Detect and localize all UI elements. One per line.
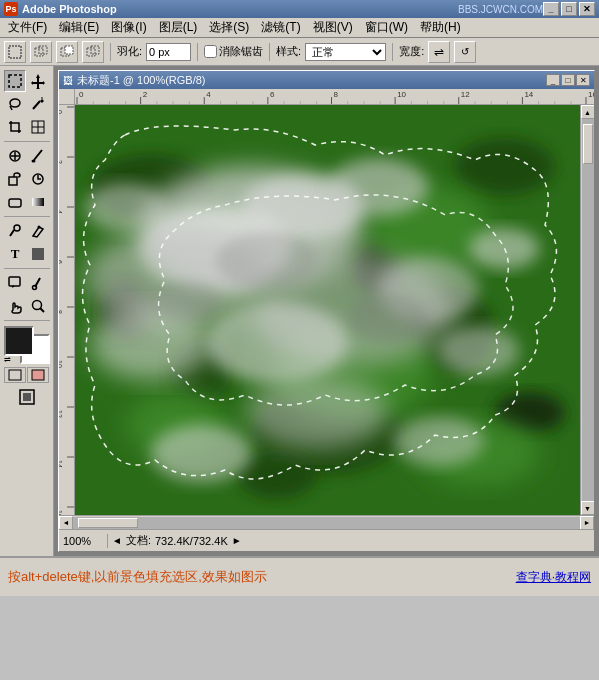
svg-line-35 <box>40 308 44 312</box>
canvas-viewport[interactable]: @keyframes march { from { stroke-dashoff… <box>75 105 580 515</box>
eyedropper-tool[interactable] <box>27 272 49 294</box>
zoom-level: 100% <box>63 535 103 547</box>
width-label: 宽度: <box>399 44 424 59</box>
tool-row-7 <box>4 220 49 242</box>
gradient-tool[interactable] <box>27 191 49 213</box>
svg-rect-29 <box>32 248 44 260</box>
feather-input[interactable] <box>146 43 191 61</box>
add-selection-btn[interactable] <box>30 41 52 63</box>
menu-help[interactable]: 帮助(H) <box>414 17 467 38</box>
standard-mode-btn[interactable] <box>4 367 26 383</box>
scroll-up-btn[interactable]: ▲ <box>581 105 595 119</box>
pen-tool[interactable] <box>27 220 49 242</box>
scroll-left-btn[interactable]: ◄ <box>59 516 73 530</box>
style-label: 样式: <box>276 44 301 59</box>
history-tool[interactable] <box>27 168 49 190</box>
watermark-link[interactable]: 查字典·教程网 <box>516 569 591 586</box>
h-scroll-thumb[interactable] <box>78 518 138 528</box>
crop-tool[interactable] <box>4 116 26 138</box>
text-tool[interactable]: T <box>4 243 26 265</box>
quick-mask-btn[interactable] <box>27 367 49 383</box>
scroll-down-btn[interactable]: ▼ <box>581 501 595 515</box>
doc-minimize-btn[interactable]: _ <box>546 74 560 86</box>
svg-text:2: 2 <box>59 160 63 164</box>
menu-filter[interactable]: 滤镜(T) <box>255 17 306 38</box>
status-doc-size: 732.4K/732.4K <box>155 535 228 547</box>
dodge-tool[interactable] <box>4 220 26 242</box>
swap-btn[interactable]: ⇌ <box>428 41 450 63</box>
menu-file[interactable]: 文件(F) <box>2 17 53 38</box>
subtract-selection-btn[interactable] <box>56 41 78 63</box>
refresh-btn[interactable]: ↺ <box>454 41 476 63</box>
scroll-right-btn[interactable]: ► <box>580 516 594 530</box>
svg-point-26 <box>14 225 20 231</box>
anti-alias-label[interactable]: 消除锯齿 <box>204 44 263 59</box>
svg-rect-37 <box>32 370 44 380</box>
style-select[interactable]: 正常 固定长宽比 固定大小 <box>305 43 386 61</box>
svg-text:2: 2 <box>143 90 148 99</box>
close-button[interactable]: ✕ <box>579 2 595 16</box>
svg-rect-25 <box>32 198 44 206</box>
tool-sep-1 <box>4 141 50 142</box>
svg-point-130 <box>216 232 317 289</box>
svg-text:14: 14 <box>59 460 63 468</box>
intersect-selection-btn[interactable] <box>82 41 104 63</box>
menu-view[interactable]: 视图(V) <box>307 17 359 38</box>
new-selection-btn[interactable] <box>4 41 26 63</box>
stamp-tool[interactable] <box>4 168 26 190</box>
shape-tool[interactable] <box>27 243 49 265</box>
marquee-tool[interactable] <box>4 70 26 92</box>
svg-text:8: 8 <box>59 310 63 314</box>
v-scroll-track[interactable] <box>582 119 594 501</box>
color-swatch: ⇌ <box>4 326 50 364</box>
svg-text:12: 12 <box>59 410 63 418</box>
minimize-button[interactable]: _ <box>543 2 559 16</box>
menu-layer[interactable]: 图层(L) <box>153 17 204 38</box>
tool-row-6 <box>4 191 49 213</box>
horizontal-scrollbar[interactable]: ◄ ► <box>59 515 594 529</box>
menu-window[interactable]: 窗口(W) <box>359 17 414 38</box>
svg-text:10: 10 <box>397 90 406 99</box>
screen-mode-btn[interactable] <box>16 386 38 408</box>
magic-wand-tool[interactable] <box>27 93 49 115</box>
swap-colors-icon[interactable]: ⇌ <box>4 355 11 364</box>
slice-tool[interactable] <box>27 116 49 138</box>
maximize-button[interactable]: □ <box>561 2 577 16</box>
vertical-scrollbar[interactable]: ▲ ▼ <box>580 105 594 515</box>
tool-row-1 <box>4 70 49 92</box>
move-tool[interactable] <box>27 70 49 92</box>
heal-tool[interactable] <box>4 145 26 167</box>
status-next-btn[interactable]: ► <box>232 535 242 546</box>
feather-label: 羽化: <box>117 44 142 59</box>
menu-select[interactable]: 选择(S) <box>203 17 255 38</box>
svg-point-21 <box>32 160 36 163</box>
tool-sep-2 <box>4 216 50 217</box>
menu-image[interactable]: 图像(I) <box>105 17 152 38</box>
tool-sep-4 <box>4 320 50 321</box>
hand-tool[interactable] <box>4 295 26 317</box>
brush-tool[interactable] <box>27 145 49 167</box>
text-tool-label: T <box>11 246 20 262</box>
anti-alias-checkbox[interactable] <box>204 45 217 58</box>
doc-close-btn[interactable]: ✕ <box>576 74 590 86</box>
separator-1 <box>110 43 111 61</box>
notes-tool[interactable] <box>4 272 26 294</box>
doc-maximize-btn[interactable]: □ <box>561 74 575 86</box>
lasso-tool[interactable] <box>4 93 26 115</box>
eraser-tool[interactable] <box>4 191 26 213</box>
svg-text:12: 12 <box>461 90 470 99</box>
foreground-color[interactable] <box>4 326 34 356</box>
tool-row-5 <box>4 168 49 190</box>
status-doc-label: 文档: <box>126 533 151 548</box>
h-scroll-track[interactable] <box>73 517 580 529</box>
svg-point-121 <box>206 302 347 384</box>
svg-point-132 <box>151 281 222 322</box>
menu-edit[interactable]: 编辑(E) <box>53 17 105 38</box>
v-scroll-thumb[interactable] <box>583 124 593 164</box>
zoom-tool[interactable] <box>27 295 49 317</box>
document-titlebar: 🖼 未标题-1 @ 100%(RGB/8) _ □ ✕ <box>59 71 594 89</box>
options-bar: 羽化: 消除锯齿 样式: 正常 固定长宽比 固定大小 宽度: ⇌ ↺ <box>0 38 599 66</box>
svg-rect-24 <box>9 199 21 207</box>
status-prev-btn[interactable]: ◄ <box>112 535 122 546</box>
ruler-corner <box>59 89 75 105</box>
